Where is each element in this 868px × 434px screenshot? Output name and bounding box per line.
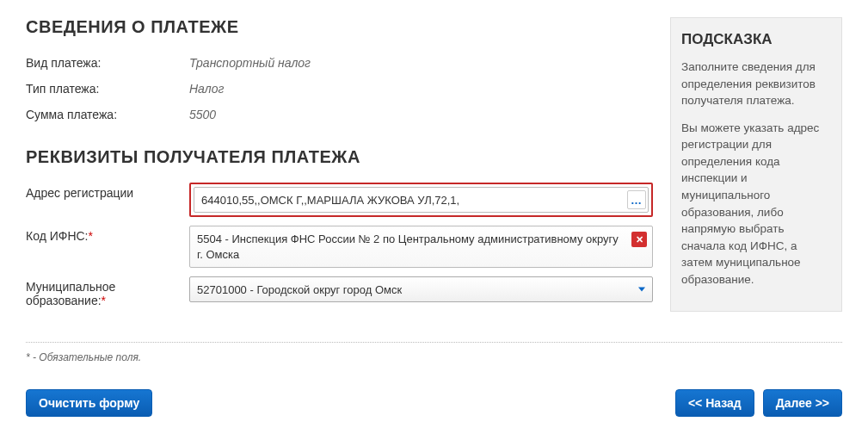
next-button[interactable]: Далее >> [763, 389, 842, 417]
row-ifns: Код ИФНС:* 5504 - Инспекция ФНС России №… [26, 226, 653, 268]
row-address: Адрес регистрации … [26, 183, 653, 217]
chevron-down-icon [638, 288, 645, 292]
label-pay-kind: Тип платежа: [26, 78, 189, 96]
label-ifns: Код ИФНС:* [26, 226, 189, 243]
row-munic: Муниципальное образование:* 52701000 - Г… [26, 276, 653, 307]
required-footnote: * - Обязательные поля. [26, 351, 842, 363]
label-pay-sum: Сумма платежа: [26, 104, 189, 121]
ifns-value-text: 5504 - Инспекция ФНС России № 2 по Центр… [197, 232, 619, 261]
row-pay-sum: Сумма платежа: 5500 [26, 104, 653, 121]
hint-text-1: Заполните сведения для определения рекви… [681, 59, 831, 109]
address-input[interactable] [194, 187, 649, 213]
munic-select[interactable]: 52701000 - Городской округ город Омск [189, 276, 653, 302]
value-pay-kind: Налог [189, 78, 224, 96]
row-pay-type: Вид платежа: Транспортный налог [26, 53, 653, 70]
divider [26, 342, 842, 343]
clear-icon[interactable]: ✕ [631, 232, 647, 247]
value-pay-type: Транспортный налог [189, 53, 311, 70]
hint-title: ПОДСКАЗКА [681, 31, 831, 48]
clear-form-button[interactable]: Очистить форму [26, 389, 152, 417]
row-pay-kind: Тип платежа: Налог [26, 78, 653, 96]
value-pay-sum: 5500 [189, 104, 216, 121]
label-munic: Муниципальное образование:* [26, 276, 189, 307]
munic-value-text: 52701000 - Городской округ город Омск [197, 283, 402, 296]
lookup-button[interactable]: … [627, 190, 646, 209]
ifns-input[interactable]: 5504 - Инспекция ФНС России № 2 по Центр… [189, 226, 653, 268]
hint-panel: ПОДСКАЗКА Заполните сведения для определ… [670, 17, 842, 312]
label-address: Адрес регистрации [26, 183, 189, 200]
section-recipient-title: РЕКВИЗИТЫ ПОЛУЧАТЕЛЯ ПЛАТЕЖА [26, 147, 653, 167]
label-pay-type: Вид платежа: [26, 53, 189, 70]
section-payment-title: СВЕДЕНИЯ О ПЛАТЕЖЕ [26, 17, 653, 37]
back-button[interactable]: << Назад [675, 389, 754, 417]
hint-text-2: Вы можете указать адрес регистрации для … [681, 120, 831, 288]
